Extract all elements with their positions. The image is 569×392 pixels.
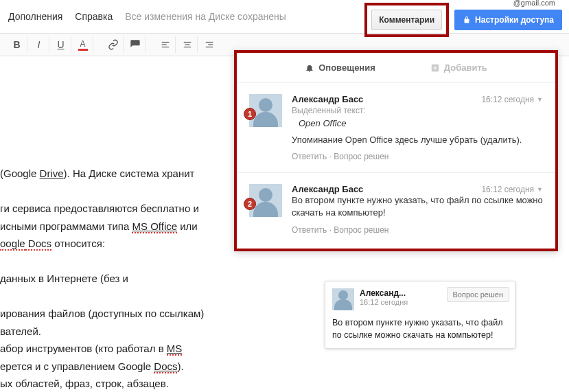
save-status: Все изменения на Диске сохранены [125,11,286,22]
plus-box-icon [430,63,440,73]
comments-highlight: Комментарии [364,3,449,37]
comment-actions: Ответить · Вопрос решен [292,225,543,235]
comment-time: 16:12 сегодня [360,298,408,306]
align-left-button[interactable] [155,36,176,53]
comment-text: Во втором пункте нужно указать, что файл… [292,194,543,219]
dropdown-header: Оповещения Добавить [237,53,555,83]
avatar: 2 [249,184,282,217]
share-label: Настройки доступа [475,15,554,25]
comment-author: Александ... [360,288,408,298]
comment-time[interactable]: 16:12 сегодня▼ [481,185,543,194]
menu-addons[interactable]: Дополнения [8,11,62,22]
bell-icon [305,63,314,73]
lock-icon [463,16,471,24]
doc-line: данных в Интернете (без и [0,270,309,288]
bold-button[interactable]: B [7,36,27,53]
selected-text-label: Выделенный текст: [292,106,543,115]
menu-bar: Дополнения Справка [8,11,113,22]
doc-line: вателей. [0,323,309,341]
underline-button[interactable]: U [51,36,71,53]
doc-line: ых областей, фраз, строк, абзацев. [0,375,309,392]
align-right-button[interactable] [199,36,220,53]
comment-actions: Ответить · Вопрос решен [292,152,543,161]
notifications-label: Оповещения [318,62,375,73]
add-label: Добавить [444,62,487,73]
comment-badge: 1 [244,108,256,120]
comment-item[interactable]: 2 Александр Басс 16:12 сегодня▼ Во второ… [237,173,555,245]
reply-link[interactable]: Ответить [292,152,327,161]
align-center-button[interactable] [177,36,198,53]
topbar-right: Комментарии Настройки доступа [364,3,562,37]
reply-link[interactable]: Ответить [292,225,327,235]
avatar [332,288,354,310]
comment-text: Во втором пункте нужно указать, что файл… [332,317,508,341]
comment-author: Александр Басс [292,184,363,194]
comment-author: Александр Басс [292,94,363,104]
menu-help[interactable]: Справка [75,11,113,22]
add-comment-tab[interactable]: Добавить [430,62,487,73]
resolve-button[interactable]: Вопрос решен [447,287,509,302]
chevron-down-icon: ▼ [537,96,543,103]
inline-comment-card[interactable]: Вопрос решен Александ... 16:12 сегодня В… [325,281,515,349]
user-email: @gmail.com [513,0,555,7]
doc-line: ирования файлов (доступных по ссылкам) [0,305,309,323]
comments-dropdown: Оповещения Добавить 1 Александр Басс 16:… [234,50,558,251]
link-button[interactable] [103,36,124,53]
resolved-link[interactable]: Вопрос решен [334,152,388,161]
comments-button[interactable]: Комментарии [371,10,442,30]
share-button[interactable]: Настройки доступа [454,10,562,30]
doc-line: ерется и с управлением Google Docs). [0,358,309,376]
text-color-button[interactable]: A [73,36,93,53]
comment-body: Александр Басс 16:12 сегодня▼ Во втором … [292,184,543,234]
top-bar: Дополнения Справка Все изменения на Диск… [0,0,569,33]
comment-insert-button[interactable] [125,36,146,53]
italic-button[interactable]: I [29,36,49,53]
notifications-tab[interactable]: Оповещения [305,62,375,73]
comment-item[interactable]: 1 Александр Басс 16:12 сегодня▼ Выделенн… [237,83,555,173]
chevron-down-icon: ▼ [537,186,543,193]
comment-text: Упоминание Open Office здесь лучше убрат… [292,134,543,146]
comment-time[interactable]: 16:12 сегодня▼ [481,95,543,104]
avatar: 1 [249,94,282,127]
doc-line: абор инструментов (кто работал в MS [0,340,309,358]
comment-body: Александр Басс 16:12 сегодня▼ Выделенный… [292,94,543,161]
resolved-link[interactable]: Вопрос решен [334,225,388,235]
selected-text-quote: Open Office [299,118,543,128]
